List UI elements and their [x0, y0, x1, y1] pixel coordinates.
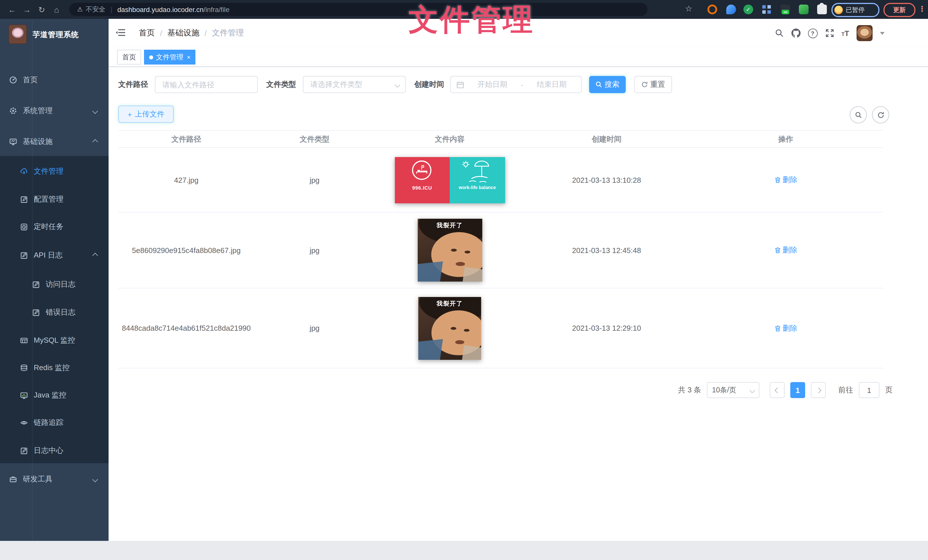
browser-home-icon[interactable]: ⌂: [49, 5, 64, 14]
sidebar-item-java-monitor[interactable]: Java 监控: [0, 383, 108, 408]
sidebar-item-file-management[interactable]: 文件管理: [0, 159, 108, 184]
extension-green-icon[interactable]: [799, 5, 809, 14]
sidebar-item-link-tracing[interactable]: 链路追踪: [0, 410, 108, 435]
table-row: 8448cada8c714e4ab61f521c8da21990 jpg 我裂开…: [118, 288, 883, 368]
chevron-up-icon: [92, 139, 98, 145]
browser-reload-icon[interactable]: ↻: [34, 5, 49, 14]
browser-forward-icon[interactable]: →: [20, 5, 34, 14]
current-page-button[interactable]: 1: [790, 382, 805, 398]
extension-blue-drop-icon[interactable]: [726, 5, 736, 14]
sidebar-item-access-logs[interactable]: 访问日志: [0, 272, 108, 297]
col-file-type: 文件类型: [254, 134, 375, 144]
sidebar-item-scheduled-tasks[interactable]: 定时任务: [0, 214, 108, 239]
next-page-button[interactable]: [811, 382, 826, 398]
browser-menu-kebab-icon[interactable]: ⋮: [918, 5, 926, 13]
file-path-input[interactable]: [155, 76, 258, 93]
sidebar-collapse-icon[interactable]: [115, 27, 126, 40]
cloud-download-icon: [20, 167, 28, 175]
sidebar-item-api-logs[interactable]: API 日志: [0, 243, 108, 268]
chevron-down-icon: [92, 476, 98, 482]
cell-file-type: jpg: [254, 324, 375, 332]
extensions-puzzle-icon[interactable]: [817, 5, 827, 14]
search-icon[interactable]: [775, 29, 784, 38]
profile-paused-pill[interactable]: 已暂停: [832, 3, 879, 17]
reset-button[interactable]: 重置: [634, 76, 672, 93]
sidebar-item-home[interactable]: 首页: [0, 67, 108, 93]
file-image-996icu[interactable]: 996.ICU work-life balance: [395, 157, 505, 203]
chevron-down-icon: [92, 108, 98, 114]
beach-umbrella-icon: [460, 159, 494, 185]
trash-icon: [774, 325, 781, 332]
sidebar: 芋道管理系统 首页 系统管理 基础设施 文件管理 配置管理 定时任务: [0, 19, 108, 541]
search-button-icon: [595, 81, 602, 88]
file-type-select[interactable]: 请选择文件类型: [303, 76, 406, 93]
sidebar-item-dev-tools[interactable]: 研发工具: [0, 467, 108, 492]
cell-file-content: 996.ICU work-life balance: [375, 157, 525, 203]
table-tools: [850, 106, 889, 123]
font-size-icon[interactable]: TT: [841, 29, 849, 37]
fullscreen-icon[interactable]: [825, 29, 834, 38]
document-log-icon: [32, 280, 40, 288]
cell-create-time: 2021-03-13 12:45:48: [525, 246, 688, 254]
address-bar[interactable]: ⚠ 不安全 | dashboard.yudao.iocoder.cn/infra…: [69, 3, 647, 16]
bookmark-star-icon[interactable]: ☆: [685, 5, 692, 12]
github-icon[interactable]: [791, 29, 800, 38]
sidebar-item-system[interactable]: 系统管理: [0, 98, 108, 123]
tag-file-management[interactable]: 文件管理 ×: [144, 50, 196, 64]
extension-green-check-icon[interactable]: ✓: [743, 5, 753, 14]
start-date-placeholder[interactable]: 开始日期: [469, 79, 516, 90]
sidebar-item-log-center[interactable]: 日志中心: [0, 438, 108, 463]
pagination-total: 共 3 条: [678, 385, 701, 395]
page-size-select[interactable]: 10条/页: [707, 382, 759, 398]
delete-button[interactable]: 删除: [774, 245, 797, 255]
delete-button[interactable]: 删除: [774, 323, 797, 333]
goto-page-input[interactable]: [859, 382, 879, 398]
file-path-input-field[interactable]: [156, 77, 257, 92]
extension-orange-icon[interactable]: [707, 5, 717, 14]
briefcase-icon: [9, 475, 17, 483]
sidebar-item-mysql-monitor[interactable]: MySQL 监控: [0, 328, 108, 353]
cell-file-type: jpg: [254, 246, 375, 254]
reset-refresh-icon: [641, 81, 648, 88]
bottom-strip: [0, 541, 928, 560]
security-label[interactable]: 不安全: [86, 5, 105, 14]
sidebar-item-error-logs[interactable]: 错误日志: [0, 300, 108, 325]
active-tag-dot: [149, 55, 153, 59]
file-image-baby-meme[interactable]: 我裂开了: [418, 297, 481, 359]
document-log-icon: [20, 251, 28, 259]
upload-file-button[interactable]: + 上传文件: [118, 106, 174, 123]
search-button[interactable]: 搜索: [589, 76, 626, 93]
file-path-label: 文件路径: [118, 79, 148, 90]
tag-close-icon[interactable]: ×: [187, 54, 191, 60]
url-domain: dashboard.yudao.iocoder.cn: [118, 5, 204, 14]
eye-icon: [20, 418, 28, 427]
browser-update-button[interactable]: 更新: [884, 3, 916, 17]
tag-home[interactable]: 首页: [117, 50, 141, 64]
toggle-search-button[interactable]: [850, 106, 867, 123]
sidebar-item-redis-monitor[interactable]: Redis 监控: [0, 355, 108, 380]
breadcrumb-infrastructure[interactable]: 基础设施: [168, 28, 200, 38]
url-path: /infra/file: [203, 5, 229, 14]
date-range-picker[interactable]: 开始日期 - 结束日期: [450, 76, 582, 93]
select-caret-icon: [749, 387, 755, 393]
cell-actions: 删除: [688, 245, 883, 255]
extension-grid-icon[interactable]: [762, 5, 771, 14]
search-form: 文件路径 文件类型 请选择文件类型 创建时间 开始日期 - 结束日期 搜索 重置: [118, 75, 672, 94]
sidebar-item-infrastructure[interactable]: 基础设施: [0, 129, 108, 154]
prev-page-button[interactable]: [770, 382, 785, 398]
browser-back-icon[interactable]: ←: [5, 5, 20, 14]
breadcrumb-home[interactable]: 首页: [139, 28, 155, 38]
sidebar-item-config-management[interactable]: 配置管理: [0, 187, 108, 212]
sidebar-logo[interactable]: 芋道管理系统: [0, 22, 108, 46]
timer-icon: [20, 223, 28, 231]
file-image-baby-meme[interactable]: 我裂开了: [417, 219, 482, 282]
document-log-icon: [32, 309, 40, 317]
user-menu-caret-icon[interactable]: [880, 32, 885, 35]
help-icon[interactable]: ?: [808, 28, 817, 38]
user-avatar[interactable]: [856, 25, 873, 41]
refresh-button[interactable]: [872, 106, 889, 123]
chevron-up-icon: [92, 253, 98, 258]
profile-status: 已暂停: [846, 6, 865, 14]
end-date-placeholder[interactable]: 结束日期: [528, 79, 575, 90]
delete-button[interactable]: 删除: [774, 175, 797, 185]
